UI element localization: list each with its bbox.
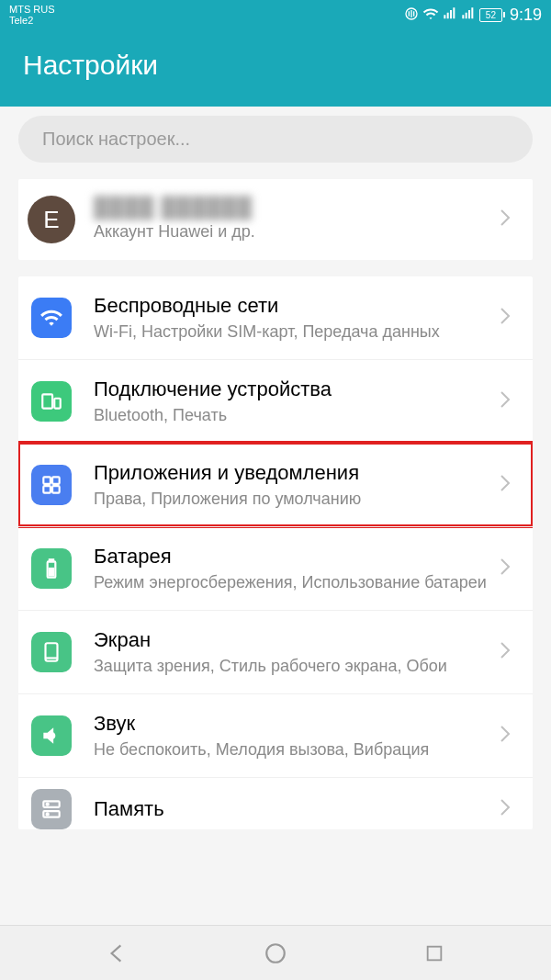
row-subtitle: Bluetooth, Печать (94, 405, 492, 426)
chevron-right-icon (500, 474, 518, 496)
svg-rect-8 (50, 559, 53, 561)
status-icons: 52 9:19 (404, 6, 542, 25)
row-subtitle: Права, Приложения по умолчанию (94, 489, 492, 510)
signal-icon-2 (461, 6, 476, 24)
device-connection-icon (31, 381, 72, 422)
chevron-right-icon (500, 390, 518, 412)
svg-rect-5 (43, 486, 51, 493)
sound-icon (31, 715, 72, 756)
settings-row-sound[interactable]: Звук Не беспокоить, Мелодия вызова, Вибр… (18, 693, 533, 777)
navigation-bar (0, 925, 551, 980)
row-title: Подключение устройства (94, 377, 492, 403)
nav-home-button[interactable] (261, 939, 290, 968)
svg-rect-9 (50, 569, 53, 576)
screen-icon (31, 632, 72, 672)
svg-rect-4 (52, 477, 60, 484)
chevron-right-icon (500, 307, 518, 329)
chevron-right-icon (500, 798, 518, 820)
nav-back-button[interactable] (102, 939, 131, 968)
svg-rect-3 (43, 477, 51, 484)
settings-row-battery[interactable]: Батарея Режим энергосбережения, Использо… (18, 526, 533, 610)
row-title: Память (94, 796, 492, 823)
row-title: Экран (94, 627, 492, 654)
settings-row-screen[interactable]: Экран Защита зрения, Стиль рабочего экра… (18, 610, 533, 693)
svg-point-16 (266, 944, 285, 963)
row-subtitle: Wi-Fi, Настройки SIM-карт, Передача данн… (94, 321, 492, 343)
row-title: Батарея (94, 544, 492, 570)
nfc-icon (404, 6, 419, 24)
chevron-right-icon (500, 558, 518, 580)
account-subtitle: Аккаунт Huawei и др. (94, 221, 492, 242)
chevron-right-icon (500, 641, 518, 663)
page-title: Настройки (0, 29, 551, 107)
wifi-icon (422, 6, 439, 25)
battery-icon: 52 (479, 8, 502, 22)
settings-row-apps-notifications[interactable]: Приложения и уведомления Права, Приложен… (18, 443, 533, 526)
storage-icon (31, 789, 72, 829)
svg-rect-1 (42, 394, 52, 408)
chevron-right-icon (500, 208, 518, 231)
carrier-1: MTS RUS (9, 4, 55, 15)
svg-point-14 (47, 803, 49, 805)
battery-settings-icon (31, 548, 72, 589)
avatar: E (28, 196, 75, 243)
account-row[interactable]: E ████ ██████ Аккаунт Huawei и др. (18, 179, 533, 260)
chevron-right-icon (500, 725, 518, 747)
row-subtitle: Защита зрения, Стиль рабочего экрана, Об… (94, 656, 492, 677)
settings-row-storage[interactable]: Память (18, 777, 533, 829)
carrier-2: Tele2 (9, 15, 55, 26)
settings-row-wireless[interactable]: Беспроводные сети Wi-Fi, Настройки SIM-к… (18, 276, 533, 359)
carrier-info: MTS RUS Tele2 (9, 4, 55, 26)
settings-row-device-connection[interactable]: Подключение устройства Bluetooth, Печать (18, 359, 533, 443)
apps-icon (31, 465, 72, 505)
svg-rect-2 (54, 399, 61, 409)
status-bar: MTS RUS Tele2 52 9:19 (0, 0, 551, 29)
content-area: Поиск настроек... E ████ ██████ Аккаунт … (0, 116, 551, 829)
wifi-settings-icon (31, 298, 72, 338)
row-title: Беспроводные сети (94, 293, 492, 320)
signal-icon-1 (443, 6, 457, 24)
row-title: Звук (94, 711, 492, 738)
row-subtitle: Режим энергосбережения, Использование ба… (94, 572, 492, 593)
nav-recent-button[interactable] (420, 939, 449, 968)
svg-rect-6 (52, 486, 60, 493)
svg-rect-17 (428, 946, 442, 960)
account-name-blurred: ████ ██████ (94, 196, 492, 220)
row-subtitle: Не беспокоить, Мелодия вызова, Вибрация (94, 739, 492, 760)
svg-point-15 (47, 813, 49, 815)
row-title: Приложения и уведомления (94, 460, 492, 487)
settings-section: Беспроводные сети Wi-Fi, Настройки SIM-к… (18, 276, 533, 829)
status-time: 9:19 (510, 6, 542, 25)
search-input[interactable]: Поиск настроек... (18, 116, 533, 163)
account-section: E ████ ██████ Аккаунт Huawei и др. (18, 179, 533, 260)
